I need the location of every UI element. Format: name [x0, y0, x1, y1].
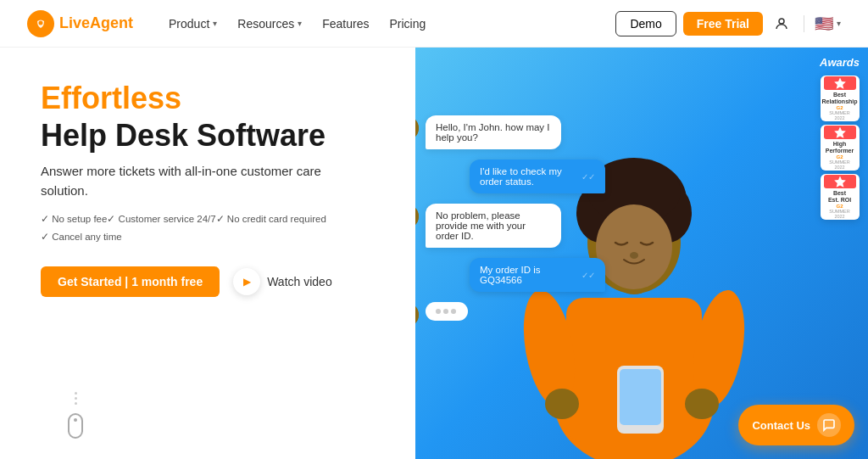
typing-indicator: [426, 302, 468, 321]
check-icon: ✓✓: [581, 172, 595, 182]
play-icon: ▶: [233, 268, 260, 295]
svg-rect-10: [620, 369, 661, 425]
svg-point-8: [685, 389, 719, 419]
awards-title: Awards: [820, 56, 860, 69]
chat-bubble-3-row: No problem, please provide me with your …: [393, 204, 605, 248]
scroll-dots: [75, 392, 77, 405]
logo[interactable]: LiveAgent: [27, 10, 133, 37]
resources-chevron-icon: ▾: [298, 19, 302, 28]
award-1-top: [824, 76, 856, 90]
hero-subtitle: Answer more tickets with all-in-one cust…: [41, 162, 346, 200]
free-trial-button[interactable]: Free Trial: [683, 12, 763, 36]
language-selector[interactable]: 🇺🇸 ▾: [815, 14, 841, 33]
hero-section: Effortless Help Desk Software Answer mor…: [0, 48, 868, 459]
hero-right: Hello, I'm John. how may I help you? I'd…: [376, 48, 868, 459]
nav-product[interactable]: Product ▾: [160, 12, 225, 36]
svg-marker-30: [834, 176, 846, 187]
user-icon[interactable]: [770, 12, 793, 36]
award-badge-1: BestRelationship G2 SUMMER 2022: [821, 76, 860, 121]
chat-area: Hello, I'm John. how may I help you? I'd…: [393, 115, 605, 338]
award-3-season: SUMMER 2022: [824, 209, 856, 219]
flag-icon: 🇺🇸: [815, 14, 833, 33]
contact-us-button[interactable]: Contact Us: [738, 405, 854, 445]
award-3-text: BestEst. ROI: [828, 190, 851, 204]
chat-bubble-2-row: I'd like to check my order status. ✓✓: [393, 160, 605, 193]
award-1-text: BestRelationship: [822, 92, 858, 106]
chat-bubble-1: Hello, I'm John. how may I help you?: [426, 115, 561, 149]
svg-marker-28: [834, 77, 846, 88]
svg-point-18: [630, 252, 638, 259]
hero-buttons: Get Started | 1 month free ▶ Watch video: [41, 266, 388, 297]
nav-links: Product ▾ Resources ▾ Features Pricing: [160, 12, 615, 36]
chat-bubble-4: My order ID is GQ34566 ✓✓: [470, 258, 605, 292]
nav-resources[interactable]: Resources ▾: [229, 12, 310, 36]
award-2-text: HighPerformer: [826, 141, 854, 155]
svg-point-2: [779, 19, 784, 24]
award-2-season: SUMMER 2022: [824, 160, 856, 170]
scroll-dot: [74, 418, 77, 422]
nav-features[interactable]: Features: [314, 12, 377, 36]
chat-bubble-4-row: My order ID is GQ34566 ✓✓: [393, 258, 605, 292]
watch-video-button[interactable]: ▶ Watch video: [233, 268, 332, 295]
award-2-top: [824, 126, 856, 139]
hero-tagline: Effortless: [41, 81, 388, 115]
nav-pricing[interactable]: Pricing: [381, 12, 434, 36]
logo-text: LiveAgent: [59, 14, 133, 32]
hero-left: Effortless Help Desk Software Answer mor…: [0, 48, 415, 459]
hero-image-area: Hello, I'm John. how may I help you? I'd…: [376, 48, 868, 459]
svg-point-1: [39, 20, 43, 25]
svg-point-7: [545, 389, 579, 419]
chat-bubble-3: No problem, please provide me with your …: [426, 204, 561, 248]
hero-features: ✓ No setup fee✓ Customer service 24/7✓ N…: [41, 210, 388, 245]
demo-button[interactable]: Demo: [615, 11, 676, 36]
nav-divider: [804, 15, 804, 32]
award-badge-2: HighPerformer G2 SUMMER 2022: [821, 125, 860, 171]
award-1-season: SUMMER 2022: [824, 110, 856, 120]
hero-title: Help Desk Software: [41, 119, 388, 153]
svg-marker-29: [834, 126, 846, 137]
flag-chevron-icon: ▾: [837, 19, 841, 28]
svg-point-17: [596, 204, 672, 289]
scroll-indicator: [68, 392, 83, 439]
contact-us-icon: [817, 413, 841, 437]
chat-bubble-1-row: Hello, I'm John. how may I help you?: [393, 115, 605, 149]
awards-container: Awards BestRelationship G2 SUMMER 2022 H…: [820, 56, 860, 220]
award-badge-3: BestEst. ROI G2 SUMMER 2022: [821, 174, 860, 220]
scroll-oval: [68, 413, 83, 439]
logo-icon: [27, 10, 54, 37]
check-icon-2: ✓✓: [581, 271, 595, 280]
navbar: LiveAgent Product ▾ Resources ▾ Features…: [0, 0, 868, 48]
get-started-button[interactable]: Get Started | 1 month free: [41, 266, 220, 297]
award-3-top: [824, 175, 856, 188]
chat-bubble-2: I'd like to check my order status. ✓✓: [470, 160, 605, 193]
typing-row: [393, 302, 605, 327]
nav-actions: Demo Free Trial 🇺🇸 ▾: [615, 11, 841, 36]
product-chevron-icon: ▾: [213, 19, 217, 28]
